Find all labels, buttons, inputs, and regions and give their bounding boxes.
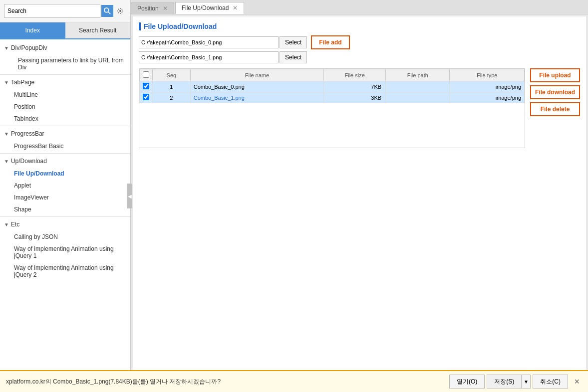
file-row-1: Select File add — [139, 35, 580, 49]
panel-title: File Upload/Download — [139, 22, 580, 30]
tab-file-updownload-label: File Up/Download — [182, 4, 229, 11]
row1-path — [386, 81, 450, 92]
search-icon — [104, 7, 111, 14]
th-filename: File name — [190, 69, 324, 81]
collapse-icon-tabpage: ▼ — [4, 80, 9, 85]
th-checkbox — [140, 69, 153, 81]
svg-point-2 — [119, 10, 121, 12]
sidebar-item-shape[interactable]: Shape — [0, 203, 130, 215]
download-cancel-button[interactable]: 취소(C) — [533, 375, 568, 389]
download-bar: xplatform.co.kr의 Combo_Basic_1.png(7.84K… — [0, 370, 588, 392]
nav-group-tabpage[interactable]: ▼ TabPage — [0, 76, 130, 89]
row2-type: image/png — [450, 92, 525, 103]
sidebar-item-imageviewer[interactable]: ImageViewer — [0, 192, 130, 203]
sidebar-item-tabindex[interactable]: TabIndex — [0, 113, 130, 125]
collapse-icon: ▼ — [4, 45, 9, 51]
file-path-input-2[interactable] — [139, 51, 279, 63]
download-message: xplatform.co.kr의 Combo_Basic_1.png(7.84K… — [6, 378, 447, 386]
sidebar-item-passing-params[interactable]: Passing parameters to link by URL from D… — [0, 54, 130, 73]
table-row: 1 Combo_Basic_0.png 7KB image/png — [140, 81, 525, 92]
content-panel: File Upload/Download Select File add Sel… — [133, 16, 586, 390]
collapse-icon-updownload: ▼ — [4, 159, 9, 164]
nav-group-divpopupdiv[interactable]: ▼ Div/PopupDiv — [0, 41, 130, 54]
file-table: Seq File name File size File path File t… — [139, 69, 525, 103]
nav-group-label-etc: Etc — [11, 221, 19, 228]
nav-group-label-tabpage: TabPage — [11, 79, 34, 86]
file-delete-button[interactable]: File delete — [530, 102, 580, 116]
row1-checkbox-cell — [140, 81, 153, 92]
table-row: 2 Combo_Basic_1.png 3KB image/png — [140, 92, 525, 103]
collapse-handle[interactable]: ◀ — [127, 184, 132, 208]
tab-strip: Position ✕ File Up/Download ✕ — [131, 0, 588, 14]
download-open-button[interactable]: 열기(O) — [449, 375, 485, 389]
sidebar-item-file-updownload[interactable]: File Up/Download — [0, 168, 130, 180]
th-filesize: File size — [324, 69, 386, 81]
sidebar: Index Search Result ▼ Div/PopupDiv Passi… — [0, 0, 131, 392]
search-bar — [0, 0, 130, 22]
sidebar-item-position[interactable]: Position — [0, 101, 130, 113]
search-input[interactable] — [4, 4, 100, 18]
sidebar-tabs: Index Search Result — [0, 22, 130, 39]
file-table-container: Seq File name File size File path File t… — [139, 68, 525, 148]
sidebar-item-animation1[interactable]: Way of implementing Animation using jQue… — [0, 243, 130, 262]
svg-point-0 — [104, 8, 109, 12]
select-button-2[interactable]: Select — [280, 51, 307, 63]
download-close-button[interactable]: ✕ — [572, 377, 582, 387]
sidebar-item-multiline[interactable]: MultiLine — [0, 89, 130, 101]
table-and-buttons: Seq File name File size File path File t… — [139, 68, 580, 148]
row2-checkbox-cell — [140, 92, 153, 103]
nav-group-label: Div/PopupDiv — [11, 44, 47, 51]
select-button-1[interactable]: Select — [280, 36, 307, 48]
th-filetype: File type — [450, 69, 525, 81]
row1-seq: 1 — [153, 81, 191, 92]
th-filepath: File path — [386, 69, 450, 81]
row1-type: image/png — [450, 81, 525, 92]
tab-position[interactable]: Position ✕ — [131, 2, 174, 14]
settings-button[interactable] — [114, 5, 126, 17]
nav-group-label-updownload: Up/Download — [11, 158, 47, 165]
file-upload-button[interactable]: File upload — [530, 68, 580, 82]
nav-group-label-progressbar: ProgressBar — [11, 130, 44, 137]
row2-seq: 2 — [153, 92, 191, 103]
row2-filename[interactable]: Combo_Basic_1.png — [190, 92, 324, 103]
sidebar-item-progressbar-basic[interactable]: ProgressBar Basic — [0, 140, 130, 152]
settings-icon — [117, 7, 124, 14]
row2-checkbox[interactable] — [143, 94, 149, 100]
th-seq: Seq — [153, 69, 191, 81]
nav-group-progressbar[interactable]: ▼ ProgressBar — [0, 127, 130, 140]
collapse-arrow: ◀ — [128, 194, 132, 199]
search-button[interactable] — [101, 5, 113, 17]
sidebar-item-applet[interactable]: Applet — [0, 180, 130, 192]
file-download-button[interactable]: File download — [530, 85, 580, 99]
sidebar-item-animation2[interactable]: Way of implementing Animation using jQue… — [0, 262, 130, 281]
row2-size: 3KB — [324, 92, 386, 103]
sidebar-item-calling-json[interactable]: Calling by JSON — [0, 231, 130, 243]
nav-group-etc[interactable]: ▼ Etc — [0, 218, 130, 231]
collapse-icon-progressbar: ▼ — [4, 131, 9, 137]
collapse-icon-etc: ▼ — [4, 222, 9, 227]
tab-position-label: Position — [137, 5, 159, 12]
svg-line-1 — [108, 12, 110, 14]
row2-path — [386, 92, 450, 103]
tab-position-close[interactable]: ✕ — [163, 5, 168, 12]
tab-index[interactable]: Index — [0, 22, 65, 38]
row1-checkbox[interactable] — [143, 83, 149, 89]
main-content: Position ✕ File Up/Download ✕ File Uploa… — [131, 0, 588, 392]
tab-search-result[interactable]: Search Result — [65, 22, 131, 38]
action-buttons: File upload File download File delete — [530, 68, 580, 148]
row1-filename: Combo_Basic_0.png — [190, 81, 324, 92]
download-save-button[interactable]: 저장(S) — [487, 375, 522, 389]
nav-tree: ▼ Div/PopupDiv Passing parameters to lin… — [0, 39, 130, 392]
file-add-button[interactable]: File add — [311, 35, 349, 49]
download-save-dropdown[interactable]: ▼ — [522, 375, 531, 389]
row1-size: 7KB — [324, 81, 386, 92]
file-path-input-1[interactable] — [139, 36, 279, 48]
tab-file-updownload-close[interactable]: ✕ — [233, 4, 238, 11]
app-container: Index Search Result ▼ Div/PopupDiv Passi… — [0, 0, 588, 392]
select-all-checkbox[interactable] — [143, 71, 149, 78]
tab-file-updownload[interactable]: File Up/Download ✕ — [175, 2, 245, 14]
file-row-2: Select — [139, 51, 580, 63]
nav-group-updownload[interactable]: ▼ Up/Download — [0, 155, 130, 168]
